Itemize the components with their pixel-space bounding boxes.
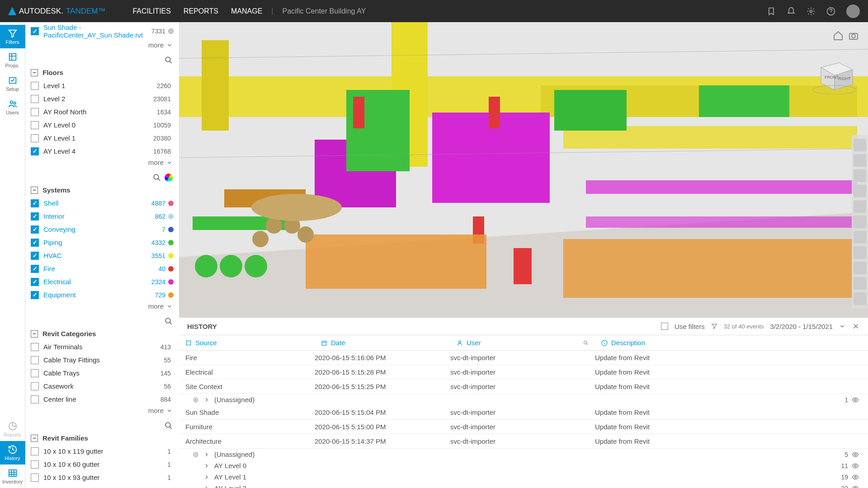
camera-icon[interactable]	[848, 30, 859, 41]
chevron-right-icon[interactable]	[203, 485, 210, 488]
checkbox[interactable]	[31, 82, 39, 90]
nav-manage[interactable]: MANAGE	[231, 7, 262, 15]
collapse-icon[interactable]: −	[31, 330, 38, 338]
tool-10[interactable]	[854, 277, 866, 290]
tool-7[interactable]	[854, 231, 866, 244]
checkbox[interactable]	[31, 95, 39, 103]
filter-row[interactable]: Level 12260	[25, 79, 179, 92]
history-row[interactable]: Electrical 2020-06-15 5:15:28 PM svc-dt-…	[179, 365, 868, 380]
chevron-down-icon[interactable]	[839, 323, 845, 329]
search-icon[interactable]	[165, 317, 173, 325]
checkbox[interactable]	[31, 291, 39, 299]
filter-row[interactable]: 10 x 10 x 60 gutter1	[25, 458, 179, 471]
close-icon[interactable]	[852, 322, 860, 330]
eye-icon[interactable]	[852, 474, 859, 481]
eye-icon[interactable]	[852, 451, 859, 458]
checkbox[interactable]	[31, 239, 39, 247]
collapse-icon[interactable]: −	[31, 69, 38, 76]
checkbox[interactable]	[31, 108, 39, 116]
eye-icon[interactable]	[852, 396, 859, 404]
eye-icon[interactable]	[852, 485, 859, 488]
top-model-row[interactable]: Sun Shade - PacificCenter_AY_Sun Shade.r…	[25, 22, 179, 40]
filter-row[interactable]: Cable Trays145	[25, 366, 179, 380]
checkbox[interactable]	[31, 134, 39, 142]
gear-icon[interactable]	[807, 7, 816, 16]
checkbox[interactable]	[31, 265, 39, 273]
color-palette-icon[interactable]	[165, 174, 173, 182]
filter-row[interactable]: Casework56	[25, 380, 179, 393]
checkbox[interactable]	[31, 252, 39, 260]
tool-5[interactable]	[854, 200, 866, 213]
history-sub-row[interactable]: AY Level 1 19	[179, 471, 868, 483]
3d-viewer[interactable]: FRONT RIGHT	[179, 22, 868, 318]
history-row[interactable]: Furniture 2020-06-15 5:15:00 PM svc-dt-i…	[179, 420, 868, 434]
target-icon[interactable]	[193, 397, 199, 403]
checkbox[interactable]	[31, 147, 39, 155]
nav-reports-side[interactable]: Reports	[0, 418, 25, 441]
checkbox[interactable]	[31, 27, 39, 35]
filter-row[interactable]: Fire40	[25, 262, 179, 275]
chevron-right-icon[interactable]	[203, 463, 210, 469]
help-icon[interactable]	[826, 7, 835, 16]
bell-icon[interactable]	[787, 7, 796, 16]
nav-props[interactable]: Props.	[0, 48, 25, 72]
filter-row[interactable]: AY Level 416768	[25, 145, 179, 158]
checkbox[interactable]	[31, 369, 39, 377]
history-sub-row[interactable]: AY Level 2 23	[179, 483, 868, 488]
nav-facilities[interactable]: FACILITIES	[132, 7, 170, 15]
filter-row[interactable]: Cable Tray Fittings55	[25, 353, 179, 366]
checkbox[interactable]	[31, 278, 39, 286]
user-avatar[interactable]	[846, 5, 860, 18]
checkbox[interactable]	[31, 382, 39, 390]
chevron-right-icon[interactable]	[203, 397, 210, 403]
checkbox[interactable]	[31, 356, 39, 364]
checkbox[interactable]	[31, 199, 39, 207]
collapse-icon[interactable]: −	[31, 435, 38, 442]
history-sub-row[interactable]: (Unassigned) 1	[179, 394, 868, 405]
checkbox[interactable]	[31, 121, 39, 129]
use-filters-checkbox[interactable]	[661, 323, 668, 330]
tool-9[interactable]	[854, 262, 866, 274]
history-sub-row[interactable]: (Unassigned) 5	[179, 449, 868, 460]
filter-row[interactable]: HVAC3551	[25, 249, 179, 262]
nav-history[interactable]: History	[0, 441, 25, 465]
col-source[interactable]: Source	[179, 335, 315, 350]
more-revitcat[interactable]: more	[25, 406, 179, 418]
more-floors[interactable]: more	[25, 158, 179, 170]
col-description[interactable]: Description	[595, 335, 868, 350]
viewcube[interactable]: FRONT RIGHT	[812, 54, 857, 94]
filter-row[interactable]: Shell4887	[25, 197, 179, 210]
checkbox[interactable]	[31, 447, 39, 455]
chevron-right-icon[interactable]	[203, 474, 210, 480]
tool-6[interactable]	[854, 216, 866, 228]
search-icon[interactable]	[165, 56, 173, 64]
history-row[interactable]: Site Context 2020-06-15 5:15:25 PM svc-d…	[179, 380, 868, 394]
col-user[interactable]: User	[450, 335, 577, 350]
history-row[interactable]: Sun Shade 2020-06-15 5:15:04 PM svc-dt-i…	[179, 405, 868, 420]
checkbox[interactable]	[31, 343, 39, 351]
filter-row[interactable]: Air Terminals413	[25, 340, 179, 353]
search-icon[interactable]	[153, 174, 161, 182]
tool-2[interactable]	[854, 154, 866, 167]
tool-11[interactable]	[854, 292, 866, 305]
history-row[interactable]: Architecture 2020-06-15 5:14:37 PM svc-d…	[179, 434, 868, 449]
bookmark-icon[interactable]	[767, 7, 776, 16]
tool-4[interactable]	[854, 185, 866, 197]
checkbox[interactable]	[31, 474, 39, 482]
more-systems[interactable]: more	[25, 301, 179, 314]
checkbox[interactable]	[31, 212, 39, 221]
home-icon[interactable]	[833, 30, 844, 41]
filter-row[interactable]: Piping4332	[25, 236, 179, 249]
more-models[interactable]: more	[25, 40, 179, 52]
filter-row[interactable]: AY Level 010059	[25, 118, 179, 131]
filter-row[interactable]: Equipment729	[25, 288, 179, 301]
eye-icon[interactable]	[852, 462, 859, 469]
history-row[interactable]: Fire 2020-06-15 5:16:06 PM svc-dt-import…	[179, 351, 868, 365]
nav-setup[interactable]: Setup	[0, 72, 25, 95]
date-range[interactable]: 3/2/2020 - 1/15/2021	[770, 323, 833, 330]
filter-row[interactable]: 10 x 10 x 93 gutter1	[25, 471, 179, 484]
tool-3[interactable]	[854, 169, 866, 182]
tool-8[interactable]	[854, 246, 866, 259]
filter-row[interactable]: Conveying7	[25, 223, 179, 236]
filter-row[interactable]: Level 223081	[25, 92, 179, 105]
